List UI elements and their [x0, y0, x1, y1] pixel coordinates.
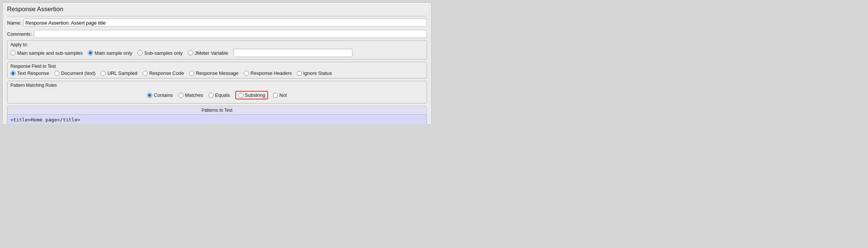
rf-ignore-status-checkbox[interactable] — [297, 71, 301, 76]
rf-headers-option[interactable]: Response Headers — [244, 70, 292, 76]
pm-matches-radio[interactable] — [178, 93, 184, 98]
rf-text-option[interactable]: Text Response — [10, 70, 49, 76]
pm-matches-label[interactable]: Matches — [185, 92, 203, 98]
pm-not-checkbox[interactable] — [273, 93, 278, 98]
rf-ignore-status-label[interactable]: Ignore Status — [303, 70, 332, 76]
rf-url-label[interactable]: URL Sampled — [107, 70, 137, 76]
apply-main-only-label[interactable]: Main sample only — [95, 50, 132, 56]
apply-main-sub-label[interactable]: Main sample and sub-samples — [17, 50, 83, 56]
rf-message-radio[interactable] — [189, 71, 194, 76]
apply-main-only-option[interactable]: Main sample only — [88, 50, 132, 56]
divider-top — [7, 16, 427, 16]
apply-jmeter-var-radio[interactable] — [188, 50, 193, 55]
rf-message-option[interactable]: Response Message — [189, 70, 239, 76]
rf-code-radio[interactable] — [143, 71, 148, 76]
pm-equals-label[interactable]: Equals — [215, 92, 230, 98]
pm-not-option[interactable]: Not — [273, 92, 287, 98]
rf-code-option[interactable]: Response Code — [143, 70, 184, 76]
pm-not-label[interactable]: Not — [279, 92, 287, 98]
name-input[interactable] — [23, 19, 427, 27]
rf-text-radio[interactable] — [10, 71, 16, 76]
pm-contains-option[interactable]: Contains — [147, 92, 173, 98]
patterns-to-test-content[interactable]: <title>Home page</title> — [7, 115, 427, 124]
pattern-matching-section: Pattern Matching Rules Contains Matches … — [7, 81, 427, 104]
apply-sub-only-label[interactable]: Sub-samples only — [144, 50, 182, 56]
panel-title: Response Assertion — [7, 6, 427, 13]
rf-doc-option[interactable]: Document (text) — [54, 70, 95, 76]
comments-label: Comments: — [7, 31, 32, 37]
pm-contains-label[interactable]: Contains — [154, 92, 173, 98]
rf-headers-radio[interactable] — [244, 71, 249, 76]
pattern-matching-group: Contains Matches Equals Substring Not — [10, 89, 424, 101]
rf-url-radio[interactable] — [100, 71, 106, 76]
pm-substring-label[interactable]: Substring — [245, 92, 265, 98]
apply-to-group: Main sample and sub-samples Main sample … — [10, 49, 424, 57]
pm-substring-highlighted-box: Substring — [235, 91, 268, 99]
rf-headers-label[interactable]: Response Headers — [250, 70, 292, 76]
pm-matches-option[interactable]: Matches — [178, 92, 203, 98]
apply-sub-only-option[interactable]: Sub-samples only — [137, 50, 182, 56]
apply-jmeter-var-option[interactable]: JMeter Variable — [188, 50, 228, 56]
apply-to-section: Apply to: Main sample and sub-samples Ma… — [7, 40, 427, 60]
apply-main-sub-option[interactable]: Main sample and sub-samples — [10, 50, 83, 56]
rf-doc-radio[interactable] — [54, 71, 60, 76]
response-field-group: Text Response Document (text) URL Sample… — [10, 70, 424, 76]
apply-main-only-radio[interactable] — [88, 50, 93, 55]
rf-doc-label[interactable]: Document (text) — [61, 70, 95, 76]
pm-substring-option[interactable]: Substring — [238, 92, 265, 98]
jmeter-variable-input[interactable] — [233, 49, 352, 57]
response-field-title: Response Field to Test — [10, 64, 424, 69]
pm-equals-option[interactable]: Equals — [208, 92, 230, 98]
apply-main-sub-radio[interactable] — [10, 50, 16, 55]
pattern-matching-title: Pattern Matching Rules — [10, 83, 424, 88]
comments-input[interactable] — [34, 30, 427, 38]
rf-url-option[interactable]: URL Sampled — [100, 70, 137, 76]
rf-code-label[interactable]: Response Code — [149, 70, 184, 76]
response-assertion-panel: Response Assertion Name: Comments: Apply… — [2, 2, 432, 124]
response-field-section: Response Field to Test Text Response Doc… — [7, 62, 427, 79]
pm-contains-radio[interactable] — [147, 93, 152, 98]
rf-ignore-status-option[interactable]: Ignore Status — [297, 70, 332, 76]
name-row: Name: — [7, 18, 427, 28]
patterns-to-test-header: Patterns to Test — [7, 106, 427, 115]
pm-substring-radio[interactable] — [238, 93, 243, 98]
apply-to-title: Apply to: — [10, 42, 424, 47]
name-label: Name: — [7, 20, 21, 26]
apply-sub-only-radio[interactable] — [137, 50, 143, 55]
patterns-to-test-section: Patterns to Test <title>Home page</title… — [7, 106, 427, 124]
rf-message-label[interactable]: Response Message — [196, 70, 239, 76]
pm-equals-radio[interactable] — [208, 93, 214, 98]
apply-jmeter-var-label[interactable]: JMeter Variable — [195, 50, 228, 56]
comments-row: Comments: — [7, 29, 427, 39]
rf-text-label[interactable]: Text Response — [17, 70, 49, 76]
